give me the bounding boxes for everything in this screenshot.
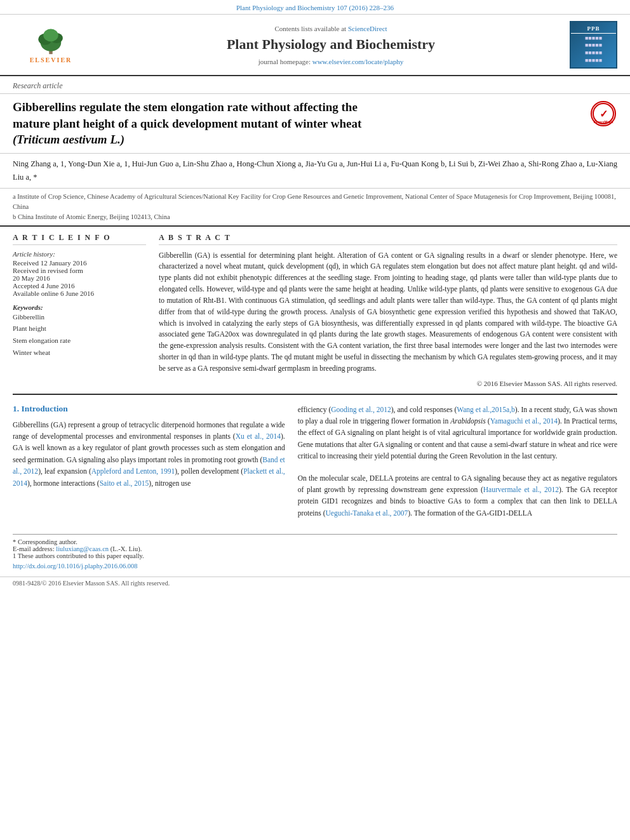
section-number: 1. xyxy=(13,404,19,413)
ppb-content: ■■■■■■■■■■■■■■■■■■■■ xyxy=(582,35,605,65)
history-label: Article history: xyxy=(13,250,146,258)
svg-text:✓: ✓ xyxy=(599,109,607,119)
article-history-group: Article history: Received 12 January 201… xyxy=(13,250,146,297)
email-person: (L.-X. Liu). xyxy=(111,545,142,552)
corresponding-author: * Corresponding author. xyxy=(13,538,617,545)
elsevier-tree-icon xyxy=(32,27,70,55)
footnote-section: * Corresponding author. E-mail address: … xyxy=(13,534,617,559)
article-title-section: Gibberellins regulate the stem elongatio… xyxy=(0,94,630,154)
keywords-section: Keywords: Gibberellin Plant height Stem … xyxy=(13,303,146,359)
svg-point-4 xyxy=(43,29,58,41)
elsevier-text: ELSEVIER xyxy=(30,57,72,63)
intro-paragraph-1: Gibberellins (GA) represent a group of t… xyxy=(13,419,285,489)
email-link[interactable]: liuluxiang@caas.cn xyxy=(56,545,109,552)
article-title: Gibberellins regulate the stem elongatio… xyxy=(13,99,579,148)
elsevier-logo: ELSEVIER xyxy=(13,23,89,67)
title-line1: Gibberellins regulate the stem elongatio… xyxy=(13,100,358,114)
authors-list: Ning Zhang a, 1, Yong-Dun Xie a, 1, Hui-… xyxy=(13,159,617,182)
two-col-section: A R T I C L E I N F O Article history: R… xyxy=(0,227,630,394)
affiliation-section: a Institute of Crop Science, Chinese Aca… xyxy=(0,189,630,226)
copyright-line: © 2016 Elsevier Masson SAS. All rights r… xyxy=(159,380,617,387)
article-title-text: Gibberellins regulate the stem elongatio… xyxy=(13,99,579,148)
affiliation-a: a Institute of Crop Science, Chinese Aca… xyxy=(13,192,617,212)
crossmark[interactable]: ✓ CrossMark xyxy=(589,99,617,128)
homepage-label: journal homepage: xyxy=(258,58,311,65)
ref-gooding-2012[interactable]: Gooding et al., 2012 xyxy=(331,406,391,413)
keyword-3: Stem elongation rate xyxy=(13,335,146,347)
ref-yamaguchi-2014[interactable]: Yamaguchi et al., 2014 xyxy=(490,417,558,425)
journal-title: Plant Physiology and Biochemistry xyxy=(102,36,560,53)
homepage-line: journal homepage: www.elsevier.com/locat… xyxy=(102,58,560,65)
top-bar: Plant Physiology and Biochemistry 107 (2… xyxy=(0,0,630,15)
section-title: Introduction xyxy=(22,404,68,413)
article-type-label: Research article xyxy=(13,81,63,90)
introduction-section: 1. Introduction Gibberellins (GA) repres… xyxy=(0,395,630,528)
footnote-1: 1 These authors contributed to this pape… xyxy=(13,552,617,559)
crossmark-icon: ✓ CrossMark xyxy=(591,101,616,126)
email-line: E-mail address: liuluxiang@caas.cn (L.-X… xyxy=(13,545,617,552)
header-left: ELSEVIER xyxy=(13,23,102,67)
intro-right: efficiency (Gooding et al., 2012), and c… xyxy=(298,404,617,519)
keywords-label: Keywords: xyxy=(13,303,146,311)
abstract-heading: A B S T R A C T xyxy=(159,233,617,245)
revised-date: 20 May 2016 xyxy=(13,274,146,282)
ref-ueguchi-2007[interactable]: Ueguchi-Tanaka et al., 2007 xyxy=(325,509,408,517)
online-date: Available online 6 June 2016 xyxy=(13,290,146,297)
ref-wang-2015[interactable]: Wang et al.,2015a,b xyxy=(457,406,515,413)
contents-line: Contents lists available at ScienceDirec… xyxy=(102,25,560,32)
header-section: ELSEVIER Contents lists available at Sci… xyxy=(0,15,630,76)
revised-label: Received in revised form xyxy=(13,267,146,274)
authors-section: Ning Zhang a, 1, Yong-Dun Xie a, 1, Hui-… xyxy=(0,154,630,189)
affiliation-b: b China Institute of Atomic Energy, Beij… xyxy=(13,212,617,222)
keywords-list: Gibberellin Plant height Stem elongation… xyxy=(13,311,146,359)
title-line2: mature plant height of a quick developme… xyxy=(13,117,361,130)
corresponding-label: * Corresponding author. xyxy=(13,538,77,545)
received-date: Received 12 January 2016 xyxy=(13,259,146,267)
article-info: A R T I C L E I N F O Article history: R… xyxy=(13,233,146,387)
journal-reference: Plant Physiology and Biochemistry 107 (2… xyxy=(236,4,394,11)
ref-saito-2015[interactable]: Saito et al., 2015 xyxy=(100,479,149,487)
doi-section: http://dx.doi.org/10.1016/j.plaphy.2016.… xyxy=(0,559,630,573)
svg-text:CrossMark: CrossMark xyxy=(593,120,613,124)
accepted-date: Accepted 4 June 2016 xyxy=(13,282,146,290)
section-heading: 1. Introduction xyxy=(13,404,285,414)
intro-left: 1. Introduction Gibberellins (GA) repres… xyxy=(13,404,285,519)
title-line3: (Triticum aestivum L.) xyxy=(13,133,124,146)
email-label: E-mail address: xyxy=(13,545,55,552)
ref-hauvermale-2012[interactable]: Haurvermale et al., 2012 xyxy=(483,486,559,493)
ref-xu-2014[interactable]: Xu et al., 2014 xyxy=(236,432,281,440)
header-center: Contents lists available at ScienceDirec… xyxy=(102,25,560,65)
intro-paragraph-3: On the molecular scale, DELLA proteins a… xyxy=(298,472,617,519)
header-right: PPB ■■■■■■■■■■■■■■■■■■■■ xyxy=(560,21,617,69)
article-type: Research article xyxy=(0,76,630,94)
abstract-section: A B S T R A C T Gibberellin (GA) is esse… xyxy=(159,233,617,387)
intro-paragraph-2: efficiency (Gooding et al., 2012), and c… xyxy=(298,404,617,462)
keyword-1: Gibberellin xyxy=(13,311,146,323)
issn-copyright: 0981-9428/© 2016 Elsevier Masson SAS. Al… xyxy=(13,580,170,587)
ppb-small-text: PPB xyxy=(587,25,600,32)
contents-label: Contents lists available at xyxy=(274,25,346,32)
sciencedirect-link[interactable]: ScienceDirect xyxy=(348,25,387,32)
bottom-bar: 0981-9428/© 2016 Elsevier Masson SAS. Al… xyxy=(0,577,630,589)
article-info-heading: A R T I C L E I N F O xyxy=(13,233,146,245)
doi-link[interactable]: http://dx.doi.org/10.1016/j.plaphy.2016.… xyxy=(13,563,138,570)
ppb-badge: PPB ■■■■■■■■■■■■■■■■■■■■ xyxy=(570,21,617,69)
abstract-text: Gibberellin (GA) is essential for determ… xyxy=(159,250,617,375)
keyword-4: Winter wheat xyxy=(13,347,146,359)
homepage-url[interactable]: www.elsevier.com/locate/plaphy xyxy=(312,58,403,65)
keyword-2: Plant height xyxy=(13,323,146,335)
ref-appleford-1991[interactable]: Appleford and Lenton, 1991 xyxy=(91,467,175,475)
